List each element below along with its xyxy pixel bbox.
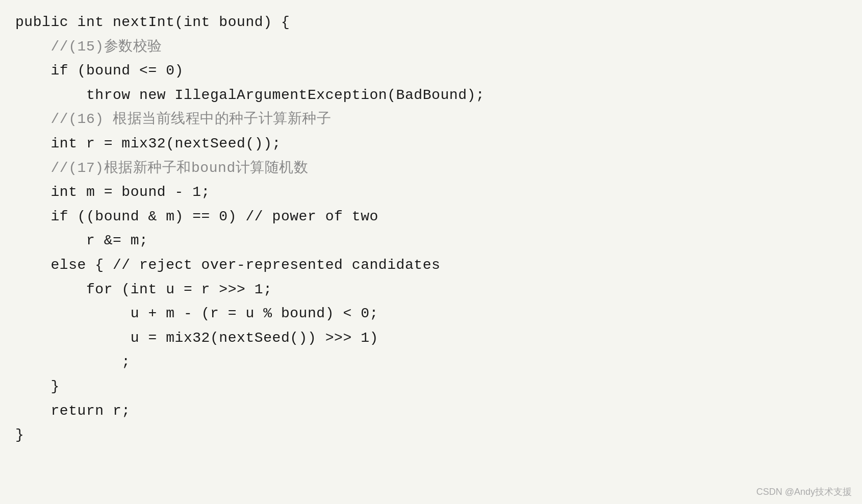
watermark: CSDN @Andy技术支援 xyxy=(756,486,852,498)
code-line-line17: return r; xyxy=(15,399,847,423)
code-line-line5: //(16) 根据当前线程中的种子计算新种子 xyxy=(15,107,847,132)
code-line-line4: throw new IllegalArgumentException(BadBo… xyxy=(15,83,847,108)
code-block: public int nextInt(int bound) { //(15)参数… xyxy=(0,0,862,458)
code-line-line15: ; xyxy=(15,350,847,374)
code-line-line11: else { // reject over-represented candid… xyxy=(15,253,847,278)
code-line-line7: //(17)根据新种子和bound计算随机数 xyxy=(15,156,847,181)
code-line-line12: for (int u = r >>> 1; xyxy=(15,278,847,302)
code-line-line16: } xyxy=(15,374,847,399)
code-line-line2: //(15)参数校验 xyxy=(15,35,847,59)
code-line-line1: public int nextInt(int bound) { xyxy=(15,10,847,35)
code-line-line3: if (bound <= 0) xyxy=(15,59,847,83)
code-line-line9: if ((bound & m) == 0) // power of two xyxy=(15,205,847,229)
code-line-line14: u = mix32(nextSeed()) >>> 1) xyxy=(15,326,847,350)
code-line-line6: int r = mix32(nextSeed()); xyxy=(15,132,847,156)
code-line-line10: r &= m; xyxy=(15,229,847,253)
code-line-line18: } xyxy=(15,423,847,447)
code-line-line13: u + m - (r = u % bound) < 0; xyxy=(15,301,847,326)
code-line-line8: int m = bound - 1; xyxy=(15,180,847,205)
